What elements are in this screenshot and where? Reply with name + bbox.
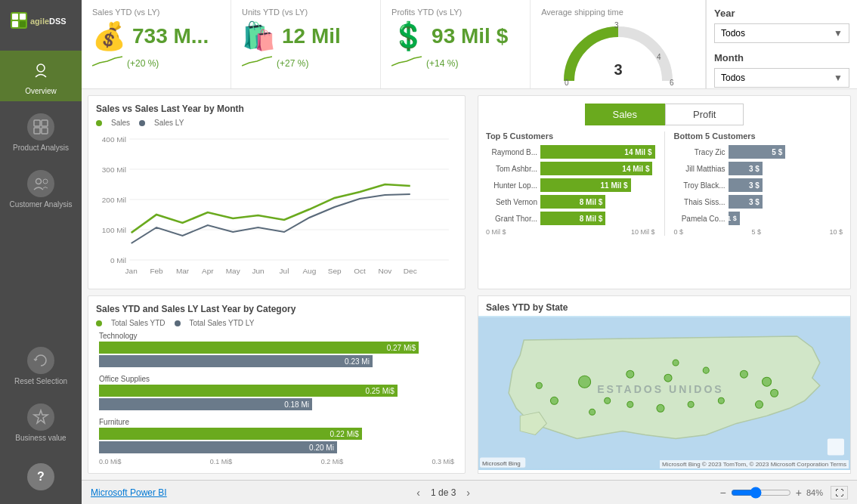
next-page-button[interactable]: › <box>462 485 475 500</box>
sidebar-item-overview[interactable]: Overview <box>0 51 82 101</box>
svg-point-50 <box>771 389 778 397</box>
svg-text:300 Mil: 300 Mil <box>102 165 126 173</box>
powerbi-link[interactable]: Microsoft Power BI <box>91 487 167 498</box>
svg-point-46 <box>664 374 672 382</box>
svg-text:3: 3 <box>614 61 622 78</box>
svg-text:agile: agile <box>30 17 49 26</box>
technology-ytd-fill: 0.27 Mi$ <box>99 342 419 354</box>
map-credit: Microsoft Bing © 2023 TomTom, © 2023 Mic… <box>660 460 849 468</box>
salesly-legend-dot <box>139 120 145 126</box>
kpi-sales-change: (+20 %) <box>127 58 159 69</box>
furniture-ly-fill: 0.20 Mi <box>99 441 337 453</box>
kpi-units-ytd: Units YTD (vs LY) 🛍️ 12 Mil (+27 %) <box>231 0 381 88</box>
furniture-ytd-fill: 0.22 Mi$ <box>99 428 362 440</box>
top5-x-axis: 0 Mil $ 10 Mil $ <box>486 228 655 236</box>
bottom-bar: Microsoft Power BI ‹ 1 de 3 › − + 84% ⛶ <box>82 480 857 504</box>
svg-text:100 Mil: 100 Mil <box>102 226 126 233</box>
furniture-ly-value: 0.20 Mi <box>309 444 334 452</box>
sales-chart-legend: Sales Sales LY <box>96 119 457 127</box>
svg-point-13 <box>43 179 48 184</box>
bottom5-row-2: Troy Black... 3 $ <box>674 178 843 192</box>
customer-icon <box>27 170 54 197</box>
svg-rect-10 <box>34 128 40 134</box>
sidebar-item-product-label: Product Analysis <box>13 144 69 152</box>
technology-bar-group: Technology 0.27 Mi$ 0.23 Mi <box>99 332 454 367</box>
product-icon <box>27 113 54 141</box>
svg-point-47 <box>703 367 709 373</box>
zoom-controls: − + 84% ⛶ <box>720 486 848 499</box>
map-card: Sales YTD by State EST <box>478 295 851 475</box>
sidebar-item-product-analysis[interactable]: Product Analysis <box>0 107 82 158</box>
bottom5-bar-4: 1 $ <box>729 212 740 225</box>
top5-title: Top 5 Customers <box>486 131 655 141</box>
tab-sales[interactable]: Sales <box>585 104 666 125</box>
office-label: Office Supplies <box>99 375 454 383</box>
svg-rect-11 <box>42 128 48 134</box>
bottom5-title: Bottom 5 Customers <box>674 131 843 141</box>
ytd-legend-label: Total Sales YTD <box>111 319 166 327</box>
svg-point-49 <box>763 377 772 386</box>
month-filter-select[interactable]: Todos ▼ <box>714 68 849 88</box>
month-filter-value: Todos <box>721 73 745 83</box>
svg-point-53 <box>688 401 694 407</box>
category-bars: Technology 0.27 Mi$ 0.23 Mi <box>96 332 457 465</box>
logo: agile DSS <box>11 12 71 33</box>
sidebar-item-business[interactable]: Business value <box>0 397 82 448</box>
svg-text:0: 0 <box>565 79 569 87</box>
svg-point-45 <box>627 370 634 378</box>
business-icon <box>27 404 54 431</box>
svg-text:DSS: DSS <box>49 17 67 26</box>
category-bar-chart-card: Sales YTD and Sales LY Last Year by Cate… <box>88 295 466 474</box>
kpi-sales-icon: 💰 <box>92 20 126 52</box>
bottom5-row-1: Jill Matthias 3 $ <box>674 162 843 175</box>
svg-point-58 <box>550 397 558 404</box>
top5-row-3: Seth Vernon 8 Mil $ <box>486 195 655 209</box>
furniture-label: Furniture <box>99 418 454 426</box>
svg-rect-8 <box>34 120 40 126</box>
fit-page-button[interactable]: ⛶ <box>831 486 848 499</box>
svg-text:Nov: Nov <box>379 267 392 274</box>
svg-marker-14 <box>34 410 48 423</box>
sidebar: agile DSS Overview Product Analysis <box>0 0 82 504</box>
bottom5-bar-2: 3 $ <box>729 178 763 192</box>
kpi-profits-ytd: Profits YTD (vs LY) 💲 93 Mil $ (+14 %) <box>381 0 531 88</box>
svg-text:200 Mil: 200 Mil <box>102 196 126 203</box>
tab-profit[interactable]: Profit <box>665 104 744 125</box>
top5-bar-1: 14 Mil $ <box>540 162 652 175</box>
salesly-legend-label: Sales LY <box>154 119 184 127</box>
zoom-plus-icon[interactable]: + <box>796 487 802 499</box>
svg-text:0 Mil: 0 Mil <box>110 256 126 264</box>
kpi-sales-value: 733 M... <box>132 24 209 48</box>
category-x-axis: 0.0 Mi$ 0.1 Mi$ 0.2 Mi$ 0.3 Mi$ <box>99 458 454 465</box>
kpi-units-value: 12 Mil <box>282 24 341 48</box>
year-filter-select[interactable]: Todos ▼ <box>714 23 849 43</box>
bottom5-row-0: Tracy Zic 5 $ <box>674 145 843 159</box>
top5-customers-section: Top 5 Customers Raymond B... 14 Mil $ <box>486 131 655 236</box>
kpi-units-icon: 🛍️ <box>242 20 276 52</box>
sidebar-item-reset[interactable]: Reset Selection <box>0 341 82 391</box>
office-ytd-value: 0.25 Mi$ <box>365 387 394 395</box>
top5-row-2: Hunter Lop... 11 Mil $ <box>486 178 655 192</box>
sidebar-item-customer-analysis[interactable]: Customer Analysis <box>0 164 82 215</box>
kpi-shipping: Average shipping time 0 3 6 3 <box>531 0 706 88</box>
svg-point-57 <box>589 409 596 415</box>
bottom5-bar-3: 3 $ <box>729 195 763 209</box>
zoom-minus-icon[interactable]: − <box>720 487 726 499</box>
svg-text:Dec: Dec <box>404 267 417 274</box>
sales-legend-dot <box>96 120 102 126</box>
category-chart-title: Sales YTD and Sales LY Last Year by Cate… <box>96 304 457 314</box>
sidebar-item-customer-label: Customer Analysis <box>10 200 73 209</box>
sales-line-svg: 400 Mil 300 Mil 200 Mil 100 Mil 0 Mil Ja… <box>96 131 457 279</box>
customer-charts-row: Top 5 Customers Raymond B... 14 Mil $ <box>486 131 843 236</box>
kpi-bar: Sales YTD (vs LY) 💰 733 M... (+20 %) Uni… <box>82 0 857 89</box>
sidebar-item-help[interactable]: ? <box>0 457 82 496</box>
furniture-ytd-value: 0.22 Mi$ <box>329 430 358 438</box>
top5-row-0: Raymond B... 14 Mil $ <box>486 145 655 159</box>
svg-text:Jul: Jul <box>280 267 289 274</box>
svg-rect-9 <box>42 120 48 126</box>
chart-tabs: Sales Profit <box>486 104 843 125</box>
svg-text:Jun: Jun <box>252 267 264 274</box>
top5-row-4: Grant Thor... 8 Mil $ <box>486 212 655 225</box>
zoom-slider[interactable] <box>731 487 791 499</box>
prev-page-button[interactable]: ‹ <box>412 485 425 500</box>
